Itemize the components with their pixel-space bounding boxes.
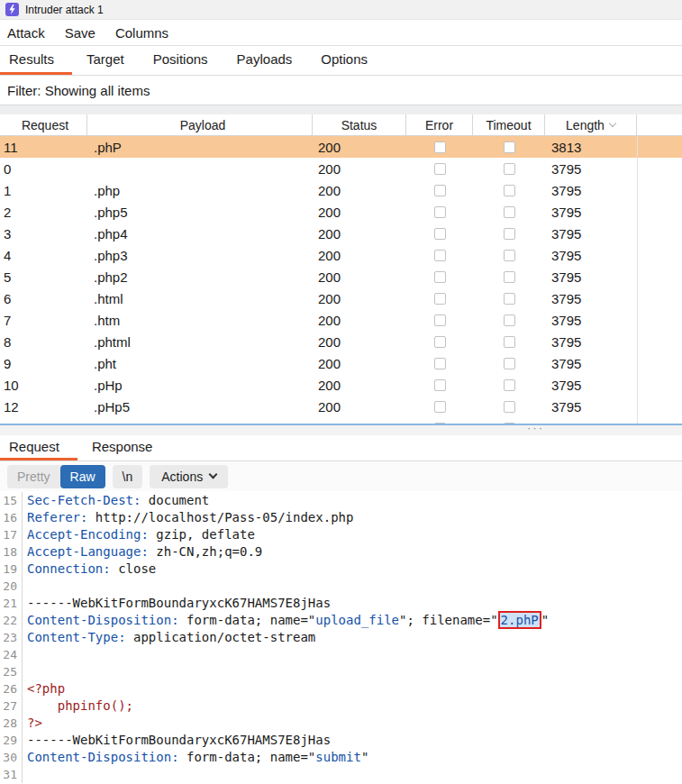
table-row[interactable]: 2.php52003795 (0, 201, 682, 223)
cell-status: 200 (313, 309, 406, 331)
filter-bar[interactable]: Filter: Showing all items (0, 76, 682, 105)
table-row[interactable]: 4.php32003795 (0, 244, 682, 266)
results-table-body[interactable]: 11.phP2003813020037951.php20037952.php52… (0, 136, 682, 424)
code-segment: Accept-Language: (27, 544, 149, 559)
table-row[interactable]: 8.phtml2003795 (0, 331, 682, 352)
tab-response[interactable]: Response (77, 435, 168, 460)
error-checkbox[interactable] (434, 228, 446, 240)
splitter-grip-icon[interactable]: ··· (527, 421, 544, 434)
column-header-length[interactable]: Length (545, 114, 637, 135)
cell-filler (637, 352, 682, 374)
code-segment: http://localhost/Pass-05/index.php (87, 510, 353, 524)
error-checkbox[interactable] (434, 358, 446, 369)
timeout-checkbox[interactable] (504, 401, 515, 413)
timeout-checkbox[interactable] (504, 336, 515, 348)
timeout-checkbox[interactable] (504, 163, 515, 175)
tab-options[interactable]: Options (306, 46, 382, 75)
error-checkbox[interactable] (434, 379, 446, 391)
column-header-timeout[interactable]: Timeout (473, 114, 545, 135)
menu-save[interactable]: Save (55, 25, 105, 41)
cell-request: 6 (0, 287, 87, 309)
table-row[interactable]: 9.pht2003795 (0, 352, 682, 374)
table-row[interactable]: 3.php42003795 (0, 223, 682, 244)
cell-length: 3795 (545, 158, 637, 179)
timeout-checkbox[interactable] (504, 206, 515, 218)
error-checkbox[interactable] (434, 250, 446, 261)
timeout-checkbox[interactable] (504, 358, 515, 369)
tab-request[interactable]: Request (0, 435, 77, 460)
chevron-down-icon (209, 470, 218, 479)
code-segment: upload_file (315, 613, 399, 627)
code-line: 23Content-Type: application/octet-stream (0, 629, 682, 646)
table-row[interactable]: 1.php2003795 (0, 179, 682, 201)
error-checkbox[interactable] (434, 206, 446, 218)
cell-request: 1 (0, 179, 87, 201)
menu-attack[interactable]: Attack (0, 25, 55, 41)
code-segment: ------WebKitFormBoundaryxcK67HAMS7E8jHas (27, 733, 331, 747)
tab-payloads[interactable]: Payloads (223, 46, 307, 75)
code-segment: phpinfo(); (27, 698, 133, 713)
cell-length: 3795 (545, 396, 637, 417)
line-content: Content-Type: application/octet-stream (23, 629, 315, 646)
menu-columns[interactable]: Columns (105, 25, 178, 41)
timeout-checkbox[interactable] (504, 141, 515, 153)
column-header-status[interactable]: Status (313, 114, 406, 135)
error-checkbox[interactable] (434, 401, 446, 413)
table-row[interactable]: 13.pHp42003795 (0, 417, 682, 424)
code-line: 18Accept-Language: zh-CN,zh;q=0.9 (0, 543, 682, 561)
cell-length: 3795 (545, 179, 637, 201)
main-tab-strip: Results Target Positions Payloads Option… (0, 46, 682, 76)
timeout-checkbox[interactable] (504, 185, 515, 196)
error-checkbox[interactable] (434, 185, 446, 196)
timeout-checkbox[interactable] (504, 250, 515, 261)
error-checkbox[interactable] (434, 163, 446, 175)
timeout-checkbox[interactable] (504, 271, 515, 283)
error-checkbox[interactable] (434, 423, 446, 424)
table-row[interactable]: 11.phP2003813 (0, 136, 682, 158)
cell-payload: .php2 (87, 266, 313, 287)
timeout-checkbox[interactable] (504, 315, 515, 326)
actions-dropdown-button[interactable]: Actions (150, 465, 228, 488)
tab-results[interactable]: Results (0, 46, 72, 75)
code-segment: close (111, 561, 157, 576)
tab-positions[interactable]: Positions (139, 46, 223, 75)
code-segment: Referer: (27, 510, 87, 524)
splitter-handle[interactable]: ··· (0, 425, 682, 435)
table-row[interactable]: 02003795 (0, 158, 682, 179)
pretty-button[interactable]: Pretty (7, 465, 60, 488)
timeout-checkbox[interactable] (504, 379, 515, 391)
timeout-checkbox[interactable] (504, 293, 515, 305)
cell-filler (637, 136, 682, 158)
cell-request: 3 (0, 223, 87, 244)
error-checkbox[interactable] (434, 293, 446, 305)
code-segment: " (541, 613, 549, 627)
newline-toggle-button[interactable]: \n (113, 465, 143, 488)
cell-request: 0 (0, 158, 87, 179)
cell-status: 200 (313, 201, 406, 223)
error-checkbox[interactable] (434, 336, 446, 348)
raw-button[interactable]: Raw (60, 465, 105, 488)
cell-timeout (473, 309, 545, 331)
error-checkbox[interactable] (434, 271, 446, 283)
code-segment: zh-CN,zh;q=0.9 (149, 544, 262, 559)
table-row[interactable]: 10.pHp2003795 (0, 374, 682, 396)
table-row[interactable]: 6.html2003795 (0, 287, 682, 309)
table-row[interactable]: 7.htm2003795 (0, 309, 682, 331)
column-header-error[interactable]: Error (406, 114, 473, 135)
cell-payload: .pht (87, 352, 313, 374)
error-checkbox[interactable] (434, 141, 446, 153)
request-editor-code[interactable]: 15Sec-Fetch-Dest: document16Referer: htt… (0, 491, 682, 784)
table-row[interactable]: 5.php22003795 (0, 266, 682, 287)
code-line: 19Connection: close (0, 561, 682, 578)
cell-request: 8 (0, 331, 87, 352)
table-row[interactable]: 12.pHp52003795 (0, 396, 682, 417)
column-header-request[interactable]: Request (0, 114, 87, 135)
cell-filler (637, 244, 682, 266)
tab-target[interactable]: Target (72, 46, 139, 75)
line-number: 20 (0, 578, 23, 595)
timeout-checkbox[interactable] (504, 228, 515, 240)
column-header-payload[interactable]: Payload (87, 114, 313, 135)
error-checkbox[interactable] (434, 315, 446, 326)
timeout-checkbox[interactable] (504, 423, 515, 424)
window-title: Intruder attack 1 (25, 4, 104, 16)
